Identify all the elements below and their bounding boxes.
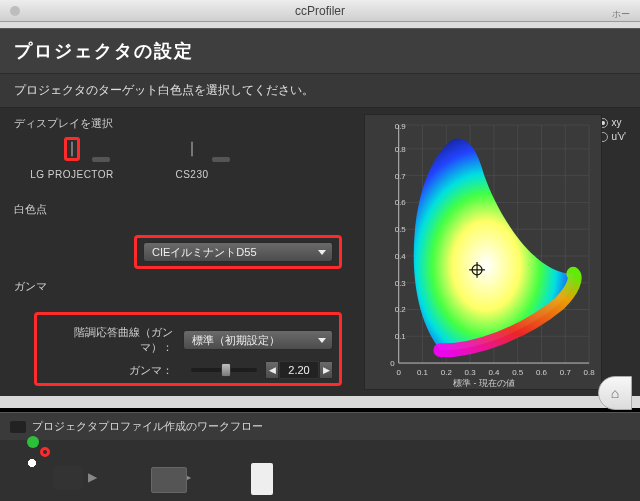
- slider-thumb-icon[interactable]: [221, 363, 231, 377]
- home-icon: ⌂: [611, 385, 619, 401]
- svg-text:0.3: 0.3: [465, 368, 477, 377]
- svg-text:0: 0: [390, 359, 395, 368]
- gamma-value-label: ガンマ：: [43, 363, 183, 378]
- white-point-label: 白色点: [14, 202, 350, 217]
- monitor-icon: [191, 141, 193, 157]
- svg-text:0.7: 0.7: [395, 172, 406, 181]
- gamma-highlight: 階調応答曲線（ガンマ）： 標準（初期設定） ガンマ： ◀ 2.20 ▶: [34, 312, 342, 386]
- svg-text:0.9: 0.9: [395, 122, 407, 131]
- display-item-cs230[interactable]: CS230: [146, 137, 238, 180]
- chevron-down-icon: [318, 338, 326, 343]
- svg-text:0.2: 0.2: [441, 368, 452, 377]
- display-select-label: ディスプレイを選択: [14, 116, 350, 131]
- chromaticity-chart: 0 0.10.20.30.40.50.60.70.80.9 00.10.20.3…: [364, 114, 602, 390]
- svg-text:0.6: 0.6: [395, 198, 407, 207]
- workflow-body: ▶ ▶ プロジェクタの設定 測定 ICC プロファイル: [0, 440, 640, 501]
- svg-text:0.2: 0.2: [395, 305, 406, 314]
- workflow-title: プロジェクタプロファイル作成のワークフロー: [32, 419, 263, 434]
- home-button[interactable]: ⌂: [598, 376, 632, 410]
- white-point-highlight: CIEイルミナントD55: [134, 235, 342, 269]
- page-subtitle-bar: プロジェクタのターゲット白色点を選択してください。: [0, 74, 640, 108]
- gamma-slider-row: ガンマ： ◀ 2.20 ▶: [43, 361, 333, 379]
- chevron-down-icon: [318, 250, 326, 255]
- workflow-step-icc-profile[interactable]: [198, 446, 268, 460]
- gamma-curve-row: 階調応答曲線（ガンマ）： 標準（初期設定）: [43, 325, 333, 355]
- projector-small-icon: [10, 421, 26, 433]
- svg-text:0.5: 0.5: [395, 225, 407, 234]
- svg-text:0.3: 0.3: [395, 279, 407, 288]
- display-select-row: LG PROJECTOR CS230: [14, 137, 350, 180]
- svg-text:0.1: 0.1: [417, 368, 429, 377]
- svg-text:0.8: 0.8: [584, 368, 596, 377]
- white-point-value: CIEイルミナントD55: [152, 246, 257, 258]
- white-point-dropdown[interactable]: CIEイルミナントD55: [143, 242, 333, 262]
- svg-text:0.4: 0.4: [488, 368, 500, 377]
- app-title: ccProfiler: [0, 0, 640, 22]
- home-button-label: ホー: [612, 8, 630, 21]
- gamma-curve-label: 階調応答曲線（ガンマ）：: [43, 325, 183, 355]
- chart-footer-label: 標準 - 現在の値: [453, 378, 515, 388]
- svg-text:0.8: 0.8: [395, 145, 407, 154]
- workflow-header: プロジェクタプロファイル作成のワークフロー: [0, 412, 640, 440]
- gamma-section-label: ガンマ: [14, 279, 350, 294]
- divider-gap: ⌂: [0, 396, 640, 404]
- chromaticity-panel: xy u'v' 0 0.10.20.30.40.50.60.70.80.9: [360, 108, 640, 396]
- mac-titlebar: ccProfiler: [0, 0, 640, 22]
- window-control-dot[interactable]: [10, 6, 20, 16]
- svg-text:0.1: 0.1: [395, 332, 407, 341]
- svg-text:0.7: 0.7: [560, 368, 571, 377]
- arrow-icon: ▶: [80, 446, 104, 484]
- svg-text:0.4: 0.4: [395, 252, 407, 261]
- page-title-bar: プロジェクタの設定: [0, 28, 640, 74]
- svg-text:0: 0: [397, 368, 402, 377]
- workflow-step-measure[interactable]: [104, 446, 174, 460]
- display-item-label: CS230: [146, 169, 238, 180]
- gamma-curve-value: 標準（初期設定）: [192, 334, 280, 346]
- svg-text:0.5: 0.5: [512, 368, 524, 377]
- gamma-slider[interactable]: [191, 368, 257, 372]
- page-subtitle: プロジェクタのターゲット白色点を選択してください。: [14, 83, 314, 97]
- gamma-step-up[interactable]: ▶: [319, 361, 333, 379]
- gamma-stepper: ◀ 2.20 ▶: [265, 361, 333, 379]
- workflow-step-projector-settings[interactable]: [10, 446, 80, 460]
- gamma-step-down[interactable]: ◀: [265, 361, 279, 379]
- settings-panel: ディスプレイを選択 LG PROJECTOR CS230 白色点 CIEイルミナ…: [0, 108, 360, 396]
- page-title: プロジェクタの設定: [14, 39, 626, 63]
- display-item-lg-projector[interactable]: LG PROJECTOR: [26, 137, 118, 180]
- svg-text:0.6: 0.6: [536, 368, 548, 377]
- monitor-icon: [71, 141, 73, 157]
- display-item-label: LG PROJECTOR: [26, 169, 118, 180]
- gamma-curve-dropdown[interactable]: 標準（初期設定）: [183, 330, 333, 350]
- main-area: ディスプレイを選択 LG PROJECTOR CS230 白色点 CIEイルミナ…: [0, 108, 640, 396]
- gamma-value: 2.20: [279, 361, 319, 379]
